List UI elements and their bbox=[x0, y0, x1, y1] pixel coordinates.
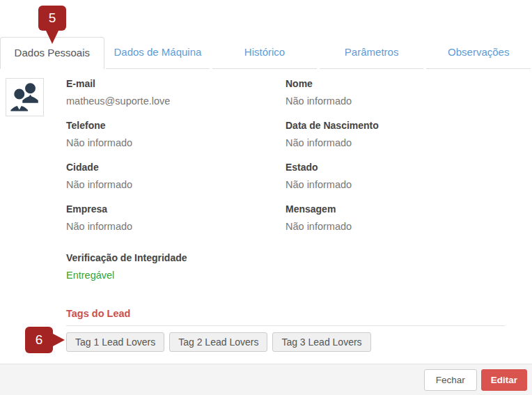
close-button[interactable]: Fechar bbox=[424, 369, 477, 391]
tab-historico[interactable]: Histórico bbox=[212, 37, 317, 69]
field-label: Cidade bbox=[66, 162, 285, 173]
tags-section-title: Tags do Lead bbox=[66, 308, 505, 319]
avatar bbox=[6, 78, 44, 116]
field-value: Não informado bbox=[285, 179, 505, 190]
field-value: Não informado bbox=[285, 95, 505, 107]
integrity-status-deliverable: Entregável bbox=[66, 270, 505, 281]
field-estado: Estado Não informado bbox=[285, 162, 505, 203]
tutorial-step-badge-6: 6 bbox=[25, 327, 53, 353]
field-nome: Nome Não informado bbox=[285, 78, 505, 120]
field-label: Verificação de Integridade bbox=[66, 252, 505, 263]
lead-tag-2[interactable]: Tag 2 Lead Lovers bbox=[169, 332, 267, 352]
field-verificacao-de-integridade: Verificação de Integridade Entregável bbox=[66, 252, 505, 281]
field-value: Não informado bbox=[285, 137, 505, 148]
field-email: E-mail matheus@suporte.love bbox=[66, 78, 285, 120]
field-label: Data de Nascimento bbox=[285, 120, 505, 131]
field-value: Não informado bbox=[66, 179, 285, 190]
tutorial-step-badge-5: 5 bbox=[38, 6, 66, 31]
tab-parametros[interactable]: Parâmetros bbox=[320, 37, 424, 69]
field-empresa: Empresa Não informado bbox=[66, 203, 285, 245]
tab-observacoes[interactable]: Observações bbox=[426, 37, 531, 69]
fields-grid: E-mail matheus@suporte.love Nome Não inf… bbox=[66, 78, 505, 245]
field-value: matheus@suporte.love bbox=[66, 95, 285, 107]
field-label: E-mail bbox=[66, 78, 285, 89]
field-value: Não informado bbox=[285, 221, 505, 232]
tags-divider bbox=[66, 325, 505, 326]
tags-row: Tag 1 Lead Lovers Tag 2 Lead Lovers Tag … bbox=[66, 332, 505, 352]
field-cidade: Cidade Não informado bbox=[66, 162, 285, 203]
tab-panel-dados-pessoais: E-mail matheus@suporte.love Nome Não inf… bbox=[0, 69, 532, 352]
field-telefone: Telefone Não informado bbox=[66, 120, 285, 162]
modal-footer: Fechar Editar bbox=[0, 364, 532, 395]
field-label: Mensagem bbox=[285, 203, 505, 215]
field-label: Nome bbox=[285, 78, 505, 89]
field-label: Empresa bbox=[66, 203, 285, 215]
field-mensagem: Mensagem Não informado bbox=[285, 203, 505, 245]
field-label: Estado bbox=[285, 162, 505, 173]
field-data-de-nascimento: Data de Nascimento Não informado bbox=[285, 120, 505, 162]
field-value: Não informado bbox=[66, 137, 285, 148]
users-icon bbox=[8, 79, 42, 116]
lead-tag-3[interactable]: Tag 3 Lead Lovers bbox=[272, 332, 370, 352]
top-spacer bbox=[0, 0, 532, 37]
lead-details-modal: 5 Dados Pessoais Dados de Máquina Histór… bbox=[0, 0, 532, 395]
tab-bar: Dados Pessoais Dados de Máquina Históric… bbox=[0, 37, 532, 69]
field-label: Telefone bbox=[66, 120, 285, 131]
edit-button[interactable]: Editar bbox=[481, 369, 527, 391]
tab-dados-de-maquina[interactable]: Dados de Máquina bbox=[106, 37, 210, 69]
lead-tag-1[interactable]: Tag 1 Lead Lovers bbox=[66, 332, 164, 352]
field-value: Não informado bbox=[66, 221, 285, 232]
